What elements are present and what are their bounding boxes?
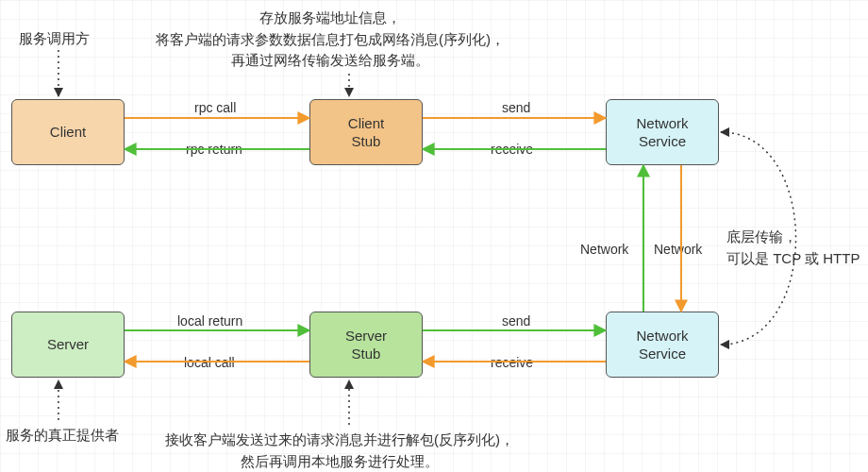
node-network-bottom: Network Service — [606, 312, 719, 378]
node-server-stub: Server Stub — [309, 312, 423, 378]
label-recv-top: receive — [491, 142, 533, 157]
label-net-right: Network — [654, 242, 702, 257]
node-client-label: Client — [50, 123, 86, 142]
label-recv-bot: receive — [491, 355, 533, 370]
node-client-stub-label: Client Stub — [348, 114, 384, 151]
node-server: Server — [11, 312, 125, 378]
note-caller: 服务调用方 — [19, 28, 90, 50]
note-server-stub: 接收客户端发送过来的请求消息并进行解包(反序列化)， 然后再调用本地服务进行处理… — [165, 430, 514, 472]
node-server-stub-label: Server Stub — [345, 327, 387, 363]
note-client-stub: 存放服务端地址信息， 将客户端的请求参数数据信息打包成网络消息(序列化)， 再通… — [156, 8, 505, 72]
label-net-left: Network — [580, 242, 628, 257]
node-client: Client — [11, 99, 125, 165]
label-rpc-return: rpc return — [186, 142, 242, 157]
node-network-top-label: Network Service — [636, 114, 688, 151]
label-send-top: send — [502, 100, 530, 115]
note-transport: 底层传输， 可以是 TCP 或 HTTP — [726, 227, 860, 269]
node-network-top: Network Service — [606, 99, 719, 165]
label-local-call: local call — [184, 355, 235, 370]
node-server-label: Server — [47, 335, 89, 354]
node-client-stub: Client Stub — [309, 99, 423, 165]
note-provider: 服务的真正提供者 — [6, 425, 119, 447]
label-send-bot: send — [502, 313, 530, 329]
node-network-bottom-label: Network Service — [636, 327, 688, 363]
label-rpc-call: rpc call — [194, 100, 236, 115]
label-local-ret: local return — [177, 313, 242, 329]
